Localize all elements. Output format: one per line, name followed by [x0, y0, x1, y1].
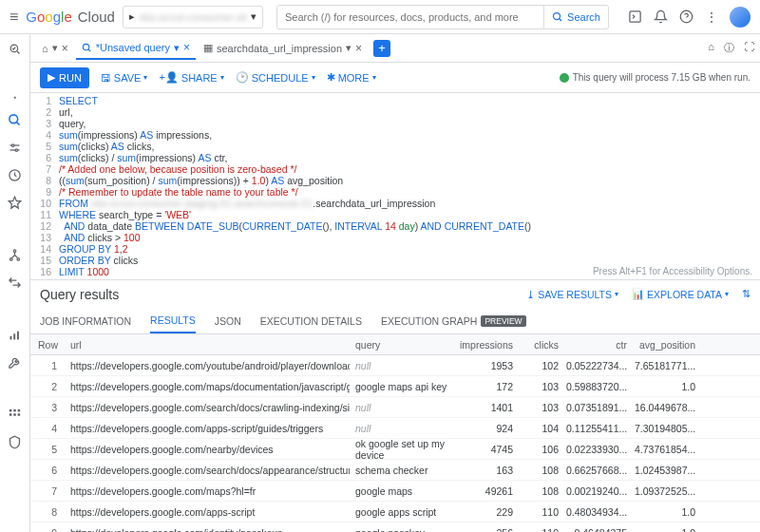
results-tab[interactable]: EXECUTION GRAPHPREVIEW [381, 308, 526, 333]
results-tab[interactable]: RESULTS [150, 308, 196, 333]
table-icon: ▦ [203, 42, 213, 54]
shield-icon[interactable] [8, 435, 22, 449]
results-tabs: JOB INFORMATIONRESULTSJSONEXECUTION DETA… [30, 308, 760, 334]
svg-point-14 [10, 258, 13, 261]
column-header[interactable]: url [65, 339, 350, 351]
arrows-icon[interactable] [8, 276, 22, 290]
column-header[interactable]: query [350, 339, 458, 351]
wrench-icon[interactable] [8, 355, 22, 370]
search-nav-icon[interactable] [8, 113, 22, 127]
tab-table[interactable]: ▦ searchdata_url_impression▾× [198, 38, 368, 59]
close-icon[interactable]: × [62, 42, 68, 55]
results-tab[interactable]: EXECUTION DETAILS [260, 308, 362, 333]
schedule-button[interactable]: 🕑SCHEDULE▾ [236, 71, 315, 84]
svg-rect-22 [10, 413, 12, 416]
menu-icon[interactable]: ≡ [10, 9, 18, 26]
sliders-icon[interactable] [8, 141, 22, 155]
query-icon [82, 43, 92, 53]
left-nav: ● [0, 34, 30, 532]
fullscreen-icon[interactable]: ⛶ [744, 41, 754, 55]
save-results-button[interactable]: ⤓SAVE RESULTS▾ [526, 289, 618, 300]
column-header[interactable]: Row [30, 339, 65, 351]
share-button[interactable]: +👤SHARE▾ [159, 71, 223, 84]
table-row[interactable]: 5https://developers.google.com/nearby/de… [30, 439, 760, 460]
svg-point-15 [17, 258, 20, 261]
table-row[interactable]: 8https://developers.google.com/apps-scri… [30, 502, 760, 522]
table-row[interactable]: 9https://developers.google.com/identity/… [30, 522, 760, 532]
tab-unsaved[interactable]: *Unsaved query▾× [76, 37, 196, 60]
run-button[interactable]: ▶RUN [40, 67, 89, 88]
column-header[interactable]: impressions [458, 339, 521, 351]
table-row[interactable]: 1https://developers.google.com/youtube/a… [30, 355, 760, 376]
query-validation: This query will process 7.15 GB when run… [560, 72, 750, 83]
search-icon [552, 11, 563, 23]
tab-home[interactable]: ⌂▾× [36, 38, 74, 59]
logo[interactable]: Google Cloud [26, 9, 115, 25]
svg-line-26 [88, 48, 90, 50]
bars-icon[interactable] [8, 328, 22, 342]
svg-rect-19 [10, 409, 12, 412]
svg-rect-20 [13, 409, 16, 412]
sql-editor[interactable]: 1SELECT2url,3query,4sum(impressions) AS … [30, 93, 760, 279]
project-picker[interactable]: ▸ obs-scout-consumer-staging-01 ▾ [123, 6, 263, 28]
column-header[interactable]: ctr [566, 339, 635, 351]
table-row[interactable]: 3https://developers.google.com/search/do… [30, 397, 760, 418]
svg-rect-16 [10, 336, 12, 340]
svg-marker-12 [9, 197, 21, 208]
help-icon[interactable] [679, 10, 694, 24]
table-row[interactable]: 7https://developers.google.com/maps?hl=f… [30, 481, 760, 502]
svg-line-6 [16, 122, 19, 124]
project-icon: ▸ [129, 10, 135, 23]
results-grid: Rowurlqueryimpressionsclicksctravg_posit… [30, 334, 760, 532]
info-icon[interactable]: ⓘ [724, 41, 734, 55]
table-row[interactable]: 6https://developers.google.com/search/do… [30, 460, 760, 481]
search-bar: Search [276, 5, 609, 29]
header: ≡ Google Cloud ▸ obs-scout-consumer-stag… [0, 0, 760, 34]
tree-icon[interactable] [8, 248, 22, 262]
grid-icon[interactable] [8, 408, 22, 422]
avatar[interactable] [730, 7, 750, 28]
expand-icon[interactable]: ⇅ [742, 288, 750, 300]
svg-point-10 [15, 149, 18, 152]
results-tab[interactable]: JSON [215, 308, 241, 333]
results-header: Query results ⤓SAVE RESULTS▾ 📊EXPLORE DA… [30, 279, 760, 308]
svg-line-1 [560, 18, 562, 21]
search-button[interactable]: Search [543, 6, 608, 28]
bigquery-icon[interactable] [8, 42, 22, 56]
dot-icon[interactable]: ● [13, 94, 16, 100]
column-header[interactable]: clicks [521, 339, 566, 351]
svg-rect-24 [18, 413, 21, 416]
editor-tabs: ⌂▾× *Unsaved query▾× ▦ searchdata_url_im… [30, 34, 760, 63]
clock-icon[interactable] [8, 168, 22, 182]
results-tab[interactable]: JOB INFORMATION [40, 308, 131, 333]
svg-point-25 [83, 44, 88, 49]
toolbar: ▶RUN 🖫SAVE▾ +👤SHARE▾ 🕑SCHEDULE▾ ✱MORE▾ T… [30, 63, 760, 93]
svg-point-0 [554, 12, 560, 19]
table-row[interactable]: 4https://developers.google.com/apps-scri… [30, 418, 760, 439]
svg-rect-23 [13, 413, 16, 416]
home-icon[interactable]: ⌂ [708, 41, 714, 55]
star-icon[interactable] [8, 196, 22, 210]
accessibility-hint: Press Alt+F1 for Accessibility Options. [593, 266, 752, 277]
explore-data-button[interactable]: 📊EXPLORE DATA▾ [632, 288, 729, 300]
search-input[interactable] [277, 6, 543, 28]
svg-rect-21 [18, 409, 21, 412]
more-button[interactable]: ✱MORE▾ [327, 71, 376, 84]
column-header[interactable]: avg_position [635, 339, 703, 351]
chevron-down-icon: ▾ [251, 10, 256, 23]
results-title: Query results [40, 287, 119, 302]
console-icon[interactable] [628, 10, 642, 24]
svg-point-13 [13, 250, 16, 253]
check-icon [560, 73, 569, 83]
svg-rect-17 [13, 333, 15, 339]
add-tab-button[interactable]: + [373, 40, 390, 57]
table-row[interactable]: 2https://developers.google.com/maps/docu… [30, 376, 760, 397]
svg-point-5 [10, 115, 18, 124]
close-icon[interactable]: × [183, 41, 190, 54]
bell-icon[interactable] [654, 10, 668, 24]
svg-rect-18 [17, 332, 19, 340]
svg-point-9 [11, 144, 14, 147]
close-icon[interactable]: × [355, 42, 362, 55]
save-button[interactable]: 🖫SAVE▾ [101, 72, 148, 84]
more-icon[interactable]: ⋮ [705, 10, 718, 25]
